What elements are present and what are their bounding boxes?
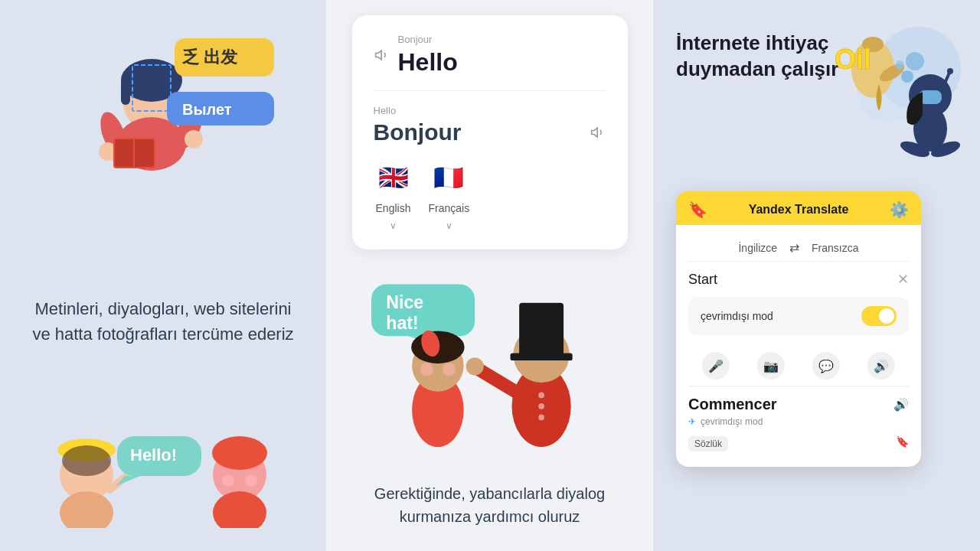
app-icons-row: 🎤 📷 💬 🔊: [688, 346, 909, 386]
close-icon[interactable]: ✕: [897, 271, 909, 288]
gear-icon[interactable]: ⚙️: [890, 201, 909, 219]
svg-point-43: [538, 415, 544, 421]
target-word: Bonjour: [374, 119, 462, 145]
svg-text:Вылет: Вылет: [182, 101, 232, 118]
source-speaker-icon[interactable]: [374, 47, 390, 64]
source-lang-name: English: [376, 202, 411, 214]
svg-text:hat!: hat!: [386, 314, 418, 334]
svg-marker-32: [591, 128, 597, 137]
panel-1-svg: 乏 出发 Вылет: [33, 15, 293, 222]
svg-point-19: [60, 491, 113, 528]
result-word: Commencer 🔊: [688, 396, 909, 413]
save-icon[interactable]: 🔖: [896, 435, 909, 448]
svg-point-28: [213, 491, 266, 528]
svg-point-29: [222, 474, 234, 487]
mic-button[interactable]: 🎤: [702, 352, 730, 380]
svg-text:Oil: Oil: [835, 44, 871, 75]
panel-3-top-svg: Oil: [796, 8, 972, 184]
panel-3: İnternete ihtiyaç duymadan çalışır Oil: [653, 0, 980, 551]
speaker-button[interactable]: 🔊: [867, 352, 895, 380]
result-speaker-icon[interactable]: 🔊: [893, 397, 909, 412]
panel-1: 乏 出发 Вылет Metinleri, diyalogları, web s…: [0, 0, 326, 551]
svg-point-50: [420, 363, 433, 376]
swap-icon[interactable]: ⇄: [789, 240, 799, 255]
panel-2: Bonjour Hello Hello Bonjour: [326, 0, 653, 551]
svg-marker-31: [375, 51, 381, 60]
svg-point-68: [895, 60, 904, 70]
svg-point-41: [538, 393, 544, 399]
svg-text:Hello!: Hello!: [130, 445, 177, 465]
svg-point-20: [62, 445, 111, 476]
translation-card: Bonjour Hello Hello Bonjour: [352, 15, 628, 249]
target-lang-name: Français: [429, 202, 470, 214]
app-source-lang[interactable]: İngilizce: [738, 242, 777, 254]
app-lang-row: İngilizce ⇄ Fransızca: [688, 234, 909, 262]
source-word: Hello: [398, 48, 458, 77]
svg-rect-40: [511, 353, 573, 360]
fr-flag: 🇫🇷: [429, 158, 469, 197]
translation-result-row: Commencer 🔊 ✈ çevrimdışı mod Sözlük 🔖: [688, 396, 909, 452]
app-header: 🔖 Yandex Translate ⚙️: [676, 191, 921, 225]
svg-point-51: [443, 363, 456, 376]
language-selector: 🇬🇧 English ∨ 🇫🇷 Français ∨: [374, 158, 606, 231]
offline-label: çevrimdışı mod: [701, 310, 773, 322]
app-target-lang[interactable]: Fransızca: [812, 242, 858, 254]
app-title: Yandex Translate: [749, 203, 849, 217]
target-lang-arrow: ∨: [446, 220, 452, 231]
panel-1-description: Metinleri, diyalogları, web sitelerini v…: [23, 296, 303, 347]
panel-2-svg: Nice hat!: [349, 270, 630, 454]
target-speaker-icon[interactable]: [590, 124, 606, 141]
result-footer: Sözlük 🔖: [688, 432, 909, 452]
chat-button[interactable]: 💬: [812, 352, 840, 380]
result-sub: ✈ çevrimdışı mod: [688, 416, 909, 427]
target-lang-item[interactable]: 🇫🇷 Français ∨: [429, 158, 470, 231]
app-mockup: 🔖 Yandex Translate ⚙️ İngilizce ⇄ Fransı…: [676, 191, 921, 467]
svg-point-67: [906, 52, 924, 70]
svg-text:乏 出发: 乏 出发: [181, 47, 237, 67]
panel-1-bottom-illustration: Hello!: [23, 413, 303, 528]
camera-button[interactable]: 📷: [757, 352, 785, 380]
target-label: Hello: [374, 105, 606, 116]
svg-line-44: [479, 370, 515, 392]
source-lang-item[interactable]: 🇬🇧 English ∨: [374, 158, 413, 231]
source-row: Bonjour Hello: [374, 34, 606, 77]
svg-point-45: [466, 357, 484, 375]
svg-point-62: [947, 68, 953, 74]
target-row: Hello Bonjour: [374, 105, 606, 145]
app-input-text[interactable]: Start: [688, 272, 717, 288]
dict-badge[interactable]: Sözlük: [688, 436, 728, 452]
divider: [374, 90, 606, 91]
offline-toggle[interactable]: [861, 306, 897, 326]
panel-3-illustration: İnternete ihtiyaç duymadan çalışır Oil: [676, 31, 957, 184]
source-label: Bonjour: [398, 34, 458, 45]
bookmark-icon[interactable]: 🔖: [688, 201, 707, 219]
svg-point-66: [901, 70, 913, 83]
source-lang-arrow: ∨: [390, 220, 397, 231]
svg-point-7: [185, 130, 203, 148]
svg-point-42: [538, 403, 544, 409]
panel-1-bottom-svg: Hello!: [33, 413, 293, 528]
app-input-row: Start ✕: [688, 271, 909, 288]
svg-point-27: [212, 436, 267, 470]
svg-text:Nice: Nice: [386, 292, 423, 312]
svg-rect-39: [519, 303, 564, 358]
uk-flag: 🇬🇧: [374, 158, 413, 197]
panel-1-illustration: 乏 出发 Вылет: [23, 15, 303, 230]
svg-rect-2: [121, 78, 130, 105]
svg-point-30: [245, 474, 257, 487]
offline-row: çevrimdışı mod: [688, 297, 909, 335]
panel-2-illustration: Nice hat!: [349, 270, 630, 461]
app-body: İngilizce ⇄ Fransızca Start ✕ çevrimdışı…: [676, 225, 921, 467]
panel-2-description: Gerektiğinde, yabancılarla diyalog kurma…: [349, 482, 630, 528]
